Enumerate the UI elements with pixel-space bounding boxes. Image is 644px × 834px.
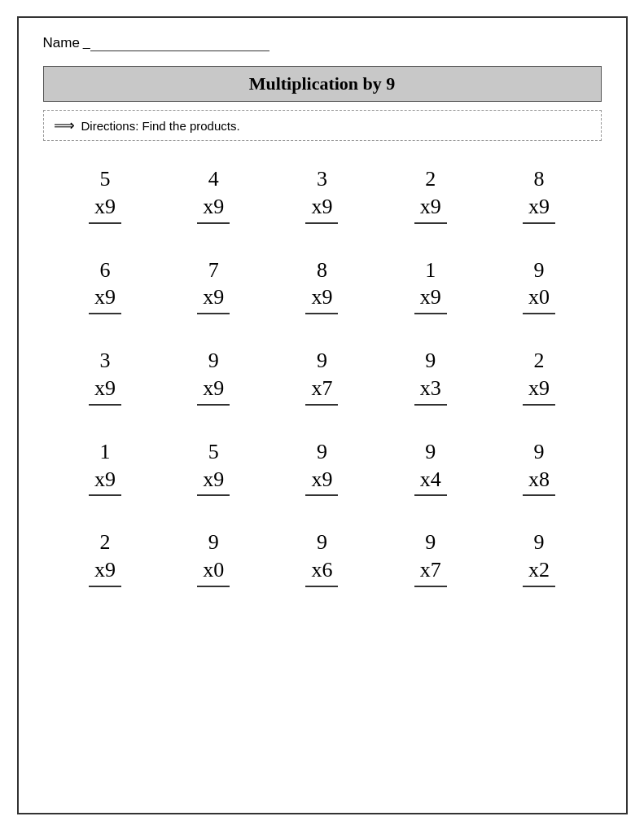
- top-number: 2: [533, 347, 544, 375]
- problem-item: 9x4: [376, 438, 484, 497]
- bottom-number: x4: [414, 466, 447, 497]
- bottom-number: x9: [305, 193, 338, 224]
- top-number: 3: [317, 165, 327, 193]
- top-number: 3: [100, 347, 111, 375]
- bottom-number: x9: [523, 193, 555, 224]
- bottom-number: x0: [523, 283, 555, 314]
- bottom-number: x9: [197, 375, 230, 406]
- top-number: 9: [533, 529, 544, 556]
- problem-item: 9x7: [376, 529, 484, 587]
- bottom-number: x9: [89, 375, 121, 406]
- top-number: 2: [100, 529, 111, 556]
- problem-item: 8x9: [484, 165, 593, 224]
- bottom-number: x7: [414, 556, 447, 587]
- top-number: 8: [317, 257, 327, 284]
- top-number: 9: [533, 438, 544, 466]
- top-number: 9: [317, 529, 327, 556]
- bottom-number: x8: [523, 466, 555, 497]
- problem-item: 9x3: [376, 347, 484, 406]
- bottom-number: x9: [305, 283, 338, 314]
- bottom-number: x9: [89, 283, 121, 314]
- problem-item: 9x8: [484, 438, 593, 497]
- problem-item: 1x9: [376, 257, 484, 315]
- problem-item: 7x9: [160, 257, 268, 315]
- problem-item: 2x9: [376, 165, 484, 224]
- directions-box: ⟹ Directions: Find the products.: [43, 110, 602, 141]
- bottom-number: x9: [197, 466, 230, 497]
- top-number: 9: [533, 257, 544, 284]
- name-label: Name: [43, 35, 80, 51]
- bottom-number: x2: [523, 556, 555, 587]
- problem-item: 9x7: [268, 347, 376, 406]
- bottom-number: x9: [305, 466, 338, 497]
- bottom-number: x9: [89, 556, 121, 587]
- bottom-number: x6: [305, 556, 338, 587]
- problem-item: 5x9: [51, 165, 160, 224]
- top-number: 9: [208, 529, 219, 556]
- top-number: 1: [425, 257, 436, 284]
- bottom-number: x7: [305, 375, 338, 406]
- name-label-underscore: _: [83, 34, 90, 51]
- top-number: 9: [317, 438, 327, 466]
- top-number: 4: [208, 165, 219, 193]
- problem-item: 3x9: [51, 347, 160, 406]
- top-number: 8: [533, 165, 544, 193]
- top-number: 6: [100, 257, 111, 284]
- top-number: 7: [208, 257, 219, 284]
- bottom-number: x9: [197, 283, 230, 314]
- worksheet-title: Multiplication by 9: [43, 66, 602, 102]
- top-number: 9: [317, 347, 327, 375]
- problem-item: 9x2: [484, 529, 593, 587]
- bottom-number: x0: [197, 556, 230, 587]
- bottom-number: x9: [197, 193, 230, 224]
- bottom-number: x9: [89, 466, 121, 497]
- bottom-number: x9: [89, 193, 121, 224]
- bottom-number: x9: [523, 375, 555, 406]
- top-number: 5: [100, 165, 111, 193]
- arrow-icon: ⟹: [54, 116, 75, 134]
- bottom-number: x3: [414, 375, 447, 406]
- problem-item: 9x6: [268, 529, 376, 587]
- name-underline: [90, 35, 269, 51]
- problem-item: 8x9: [268, 257, 376, 315]
- directions-text: Directions: Find the products.: [81, 119, 240, 133]
- problem-item: 6x9: [51, 257, 160, 315]
- top-number: 9: [425, 438, 436, 466]
- problem-item: 3x9: [268, 165, 376, 224]
- top-number: 1: [100, 438, 111, 466]
- problems-grid: 5x94x93x92x98x96x97x98x91x99x03x99x99x79…: [43, 165, 602, 587]
- top-number: 5: [208, 438, 219, 466]
- worksheet-page: Name _ Multiplication by 9 ⟹ Directions:…: [17, 16, 628, 814]
- problem-item: 9x0: [484, 257, 593, 315]
- problem-item: 9x9: [268, 438, 376, 497]
- top-number: 9: [425, 347, 436, 375]
- bottom-number: x9: [414, 283, 447, 314]
- problem-item: 4x9: [160, 165, 268, 224]
- top-number: 9: [208, 347, 219, 375]
- top-number: 2: [425, 165, 436, 193]
- bottom-number: x9: [414, 193, 447, 224]
- problem-item: 9x0: [160, 529, 268, 587]
- problem-item: 2x9: [484, 347, 593, 406]
- problem-item: 1x9: [51, 438, 160, 497]
- problem-item: 2x9: [51, 529, 160, 587]
- top-number: 9: [425, 529, 436, 556]
- name-line: Name _: [43, 34, 602, 51]
- problem-item: 9x9: [160, 347, 268, 406]
- problem-item: 5x9: [160, 438, 268, 497]
